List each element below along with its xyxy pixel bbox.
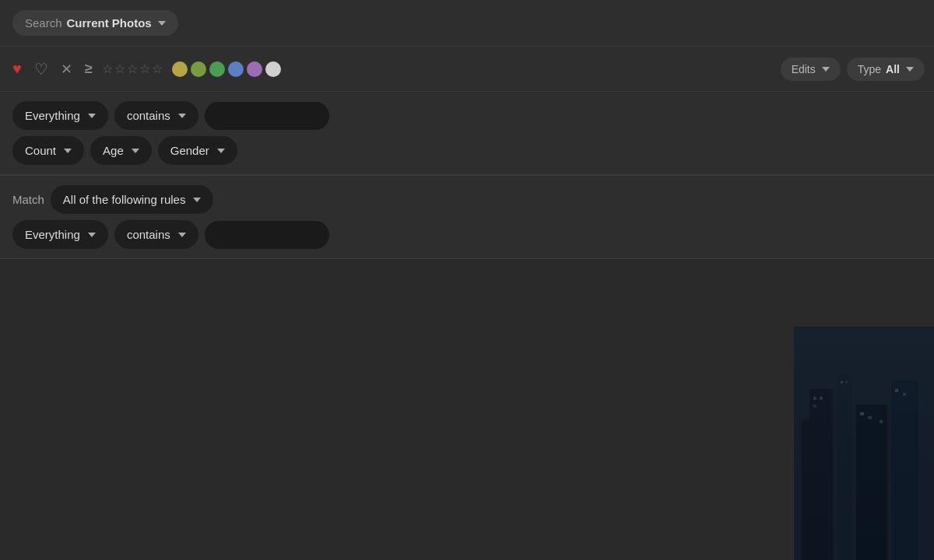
- sub-filter-row: Count Age Gender: [12, 136, 922, 165]
- filter-row-2: Everything contains: [12, 220, 922, 249]
- gender-label: Gender: [170, 144, 209, 157]
- star-2-icon[interactable]: ☆: [114, 61, 125, 76]
- field-chevron-1-icon: [88, 114, 96, 118]
- edits-dropdown[interactable]: Edits: [781, 58, 841, 81]
- field-chevron-2-icon: [88, 233, 96, 237]
- star-1-icon[interactable]: ☆: [102, 61, 113, 76]
- search-value: Current Photos: [67, 16, 152, 30]
- search-current-photos-button[interactable]: Search Current Photos: [12, 10, 178, 36]
- search-chevron-icon: [158, 21, 166, 26]
- count-chevron-icon: [64, 149, 72, 153]
- building-svg: [794, 327, 934, 560]
- swatch-blue[interactable]: [228, 61, 244, 77]
- match-rule-dropdown[interactable]: All of the following rules: [51, 185, 214, 214]
- photo-thumbnail: [794, 327, 934, 560]
- swatch-green[interactable]: [209, 61, 225, 77]
- gender-chevron-icon: [217, 149, 225, 153]
- rating-gte-icon: ≥: [85, 61, 93, 77]
- star-4-icon[interactable]: ☆: [139, 61, 150, 76]
- type-label: Type: [858, 63, 881, 75]
- filter-row-1: Everything contains: [12, 101, 922, 130]
- field-label-2: Everything: [25, 228, 80, 241]
- match-rows-area: Match All of the following rules Everyth…: [0, 176, 934, 259]
- swatch-purple[interactable]: [247, 61, 262, 77]
- count-label: Count: [25, 144, 56, 157]
- star-5-icon[interactable]: ☆: [152, 61, 163, 76]
- operator-dropdown-1[interactable]: contains: [114, 101, 198, 130]
- edits-label: Edits: [792, 63, 816, 75]
- heart-outline-button[interactable]: ♡: [31, 57, 51, 82]
- swatch-white[interactable]: [265, 61, 281, 77]
- svg-rect-16: [794, 327, 934, 560]
- match-row: Match All of the following rules: [12, 185, 922, 214]
- reject-icon: ✕: [61, 61, 72, 78]
- operator-chevron-1-icon: [178, 114, 186, 118]
- filter-bar: ♥ ♡ ✕ ≥ ☆ ☆ ☆ ☆ ☆ Edits Type All: [0, 47, 934, 92]
- match-rule-label: All of the following rules: [63, 193, 186, 206]
- gender-dropdown[interactable]: Gender: [158, 136, 237, 165]
- filter-input-2[interactable]: [205, 221, 329, 249]
- rating-gte-button[interactable]: ≥: [82, 58, 96, 80]
- top-bar: Search Current Photos: [0, 0, 934, 47]
- search-label: Search: [25, 16, 62, 30]
- filter-input-1[interactable]: [205, 102, 329, 130]
- rows-area: Everything contains Count Age Gender: [0, 92, 934, 175]
- age-dropdown[interactable]: Age: [90, 136, 152, 165]
- age-chevron-icon: [132, 149, 139, 153]
- match-label: Match: [12, 193, 44, 206]
- type-value: All: [886, 63, 900, 75]
- field-dropdown-2[interactable]: Everything: [12, 220, 108, 249]
- swatch-green-yellow[interactable]: [191, 61, 206, 77]
- reject-button[interactable]: ✕: [58, 58, 75, 81]
- field-label-1: Everything: [25, 109, 80, 122]
- type-dropdown[interactable]: Type All: [847, 58, 925, 81]
- age-label: Age: [103, 144, 124, 157]
- count-dropdown[interactable]: Count: [12, 136, 84, 165]
- color-swatches: [172, 61, 281, 77]
- operator-dropdown-2[interactable]: contains: [114, 220, 198, 249]
- heart-filled-button[interactable]: ♥: [9, 57, 25, 81]
- match-rule-chevron-icon: [193, 198, 201, 202]
- star-3-icon[interactable]: ☆: [127, 61, 138, 76]
- heart-outline-icon: ♡: [34, 60, 48, 79]
- swatch-yellow[interactable]: [172, 61, 188, 77]
- stars-group: ☆ ☆ ☆ ☆ ☆: [102, 61, 163, 76]
- field-dropdown-1[interactable]: Everything: [12, 101, 108, 130]
- operator-label-2: contains: [127, 228, 170, 241]
- operator-chevron-2-icon: [178, 233, 186, 237]
- photo-area: [794, 327, 934, 560]
- heart-filled-icon: ♥: [12, 60, 22, 78]
- edits-chevron-icon: [822, 67, 830, 72]
- operator-label-1: contains: [127, 109, 170, 122]
- type-chevron-icon: [906, 67, 914, 72]
